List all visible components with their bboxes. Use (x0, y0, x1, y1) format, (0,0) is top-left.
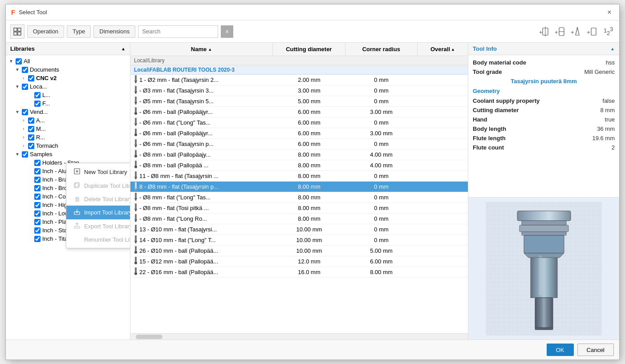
table-row[interactable]: - Ø6 mm - flat ("Long" Tas... 6.00 mm 0 … (130, 117, 468, 128)
col-name-header[interactable]: Name ▲ (130, 43, 273, 56)
operation-button[interactable]: Operation (27, 25, 64, 38)
tree-item-cnc[interactable]: › CNC v2 (6, 74, 130, 82)
search-clear-button[interactable]: × (221, 25, 233, 38)
tree-toggle-vendor[interactable]: ▼ (15, 109, 20, 114)
tree-checkbox-vendor-r[interactable] (28, 134, 34, 141)
tree-checkbox-all[interactable] (16, 58, 22, 65)
add-tool-2-icon[interactable]: + (554, 25, 567, 38)
tree-toggle-samples[interactable]: ▼ (15, 152, 20, 157)
col-corner-header[interactable]: Corner radius (345, 43, 418, 56)
table-row[interactable]: 13 - Ø10 mm - flat (Tasajyrsi... 10.00 m… (130, 224, 468, 235)
tree-item-documents[interactable]: ▼ Documents (6, 65, 130, 74)
type-button[interactable]: Type (67, 25, 91, 38)
tree-checkbox-cnc[interactable] (28, 75, 34, 81)
tree-toggle-tormach[interactable]: › (21, 143, 26, 148)
dimensions-button[interactable]: Dimensions (93, 25, 135, 38)
tree-toggle-all[interactable]: ▼ (8, 59, 14, 64)
tree-item-tormach[interactable]: › Tormach (6, 142, 130, 150)
tree-checkbox-local-l[interactable] (34, 92, 41, 98)
cancel-button[interactable]: Cancel (577, 344, 614, 356)
tree-item-vendor-m[interactable]: › M... (6, 125, 130, 133)
tree-toggle-vendor-a[interactable]: › (21, 118, 26, 123)
table-row[interactable]: 22 - Ø16 mm - ball (Pallopää... 16.0 mm … (130, 267, 468, 278)
table-row[interactable]: - Ø6 mm - flat (Tasajyrsin p... 6.00 mm … (130, 139, 468, 150)
table-row[interactable]: - Ø8 mm - flat ("Long Ro... 8.00 mm 0 mm (130, 214, 468, 224)
tree-item-vendor-a[interactable]: › A... (6, 116, 130, 125)
tree-checkbox-samples[interactable] (22, 151, 28, 158)
tree-item-vendor-r[interactable]: › R... (6, 133, 130, 142)
svg-marker-46 (135, 146, 137, 147)
table-row[interactable]: - Ø6 mm - ball (Pallopääjyr... 6.00 mm 3… (130, 107, 468, 117)
tree-checkbox-local[interactable] (22, 84, 28, 90)
scroll-thumb[interactable] (136, 335, 162, 339)
table-row[interactable]: - Ø8 mm - flat (Tosi pitkä ... 8.00 mm 0… (130, 203, 468, 214)
title-bar-left: F Select Tool (11, 8, 47, 16)
tree-item-local[interactable]: ▼ Loca... (6, 82, 130, 91)
search-input[interactable] (138, 25, 218, 38)
close-button[interactable]: × (605, 8, 614, 17)
tree-checkbox-holders[interactable] (34, 160, 41, 166)
main-content: Libraries ▲ ▼ All ▼ Documents › (6, 43, 619, 340)
col-cutting-header[interactable]: Cutting diameter (273, 43, 345, 56)
tree-checkbox-tormach[interactable] (28, 143, 34, 149)
tree-item-local-l[interactable]: L... (6, 91, 130, 99)
tree-checkbox-inch-titanium[interactable] (34, 236, 41, 242)
tool-icon (134, 107, 138, 117)
tree-checkbox-documents[interactable] (22, 67, 28, 73)
svg-rect-27 (134, 81, 137, 81)
table-row[interactable]: - Ø8 mm - flat ("Long" Tas... 8.00 mm 0 … (130, 192, 468, 203)
table-row[interactable]: - Ø8 mm - ball (Pallopää ... 8.00 mm 4.0… (130, 160, 468, 171)
table-row[interactable]: 14 - Ø10 mm - flat ("Long" T... 10.00 mm… (130, 235, 468, 246)
tree-checkbox-local-f[interactable] (34, 101, 41, 107)
tree-checkbox-inch-brass[interactable] (34, 177, 41, 183)
grid-view-icon[interactable] (10, 24, 24, 39)
table-row[interactable]: - Ø5 mm - flat (Tasajyrsin 5... 5.00 mm … (130, 96, 468, 107)
horizontal-scrollbar[interactable] (130, 333, 468, 340)
table-row[interactable]: 26 - Ø10 mm - ball (Pallopää... 10.00 mm… (130, 246, 468, 256)
tree-checkbox-inch-plastics[interactable] (34, 219, 41, 225)
table-row[interactable]: - Ø6 mm - ball (Pallopääjyr... 6.00 mm 3… (130, 128, 468, 139)
tree-item-all[interactable]: ▼ All (6, 57, 130, 65)
tree-toggle-local[interactable]: ▼ (15, 84, 20, 89)
tree-checkbox-inch-lowcar[interactable] (34, 210, 41, 217)
col-overall-header[interactable]: Overall ▲ (418, 43, 468, 56)
tree-checkbox-vendor[interactable] (22, 109, 28, 115)
tree-checkbox-inch-bronze[interactable] (34, 185, 41, 191)
tree-checkbox-vendor-a[interactable] (28, 117, 34, 124)
table-row[interactable]: 1 - Ø2 mm - flat (Tasajyrsin 2... 2.00 m… (130, 75, 468, 85)
add-tool-3-icon[interactable]: + (570, 25, 583, 38)
table-row[interactable]: - Ø8 mm - ball (Pallopäajy... 8.00 mm 4.… (130, 150, 468, 160)
table-row-selected[interactable]: 8 - Ø8 mm - flat (Tasajyrsin p... 8.00 m… (130, 182, 468, 192)
tree-checkbox-inch-highca[interactable] (34, 202, 41, 208)
tree-item-local-f[interactable]: F... (6, 99, 130, 108)
table-group-sub[interactable]: Local\FABLAB ROUTERI TOOLS 2020-3 (130, 65, 468, 75)
sort-arrow[interactable]: ▲ (121, 46, 126, 51)
ctx-new-library[interactable]: New Tool Library (66, 165, 130, 179)
tree-checkbox-vendor-m[interactable] (28, 126, 34, 132)
ok-button[interactable]: OK (547, 344, 574, 356)
table-row[interactable]: 11 - Ø8 mm - flat (Tasajyrsin ... 8.00 m… (130, 171, 468, 182)
ctx-export-library[interactable]: Export Tool Library (66, 219, 130, 233)
table-body[interactable]: Local/Library Local\FABLAB ROUTERI TOOLS… (130, 56, 468, 333)
table-row[interactable]: 15 - Ø12 mm - ball (Pallopää... 12.0 mm … (130, 256, 468, 267)
tree-checkbox-inch-aluminum[interactable] (34, 168, 41, 174)
ctx-delete-library[interactable]: 🗑 Delete Tool Library (66, 193, 130, 206)
tree-toggle-documents[interactable]: ▼ (15, 67, 20, 72)
tree-item-samples[interactable]: ▼ Samples (6, 150, 130, 158)
tree-toggle-cnc[interactable]: › (21, 76, 26, 81)
ctx-duplicate-library[interactable]: Duplicate Tool Library (66, 179, 130, 193)
ctx-renumber-library[interactable]: Renumber Tool Library (66, 233, 130, 246)
tree-checkbox-inch-stainless[interactable] (34, 227, 41, 234)
ctx-import-library[interactable]: Import Tool Library (66, 206, 130, 219)
tree-toggle-vendor-r[interactable]: › (21, 135, 26, 140)
tree-toggle-vendor-m[interactable]: › (21, 126, 26, 131)
tool-icon (134, 97, 138, 106)
add-tool-1-icon[interactable]: + (538, 25, 551, 38)
tree-item-vendor[interactable]: ▼ Vend... (6, 108, 130, 116)
table-row[interactable]: - Ø3 mm - flat (Tasajyrsin 3... 3.00 mm … (130, 85, 468, 96)
tool-info-scroll-up[interactable]: ▲ (610, 46, 615, 51)
numbering-icon[interactable]: 1 2 3 (602, 25, 615, 38)
svg-rect-90 (531, 253, 557, 298)
tree-checkbox-inch-copper[interactable] (34, 194, 41, 200)
add-tool-4-icon[interactable]: + (586, 25, 599, 38)
